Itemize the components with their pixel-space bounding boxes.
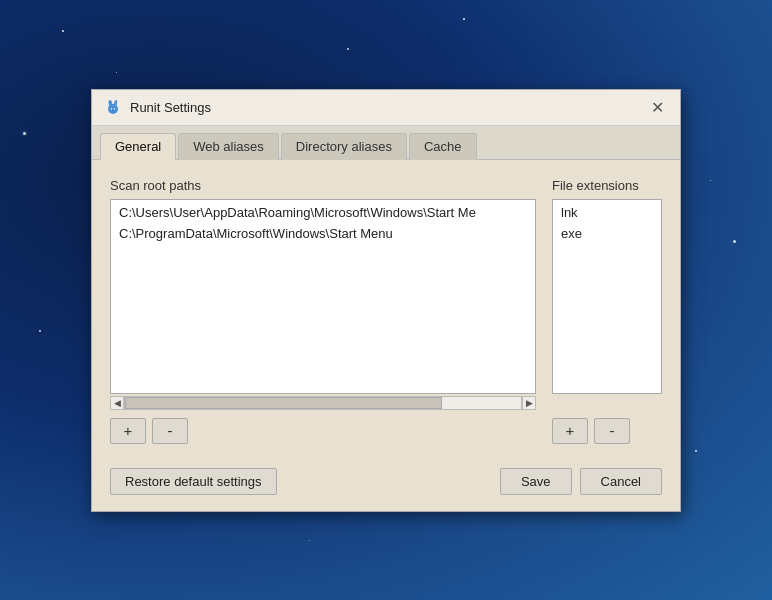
scan-paths-remove-button[interactable]: -: [152, 418, 188, 444]
svg-point-5: [112, 110, 114, 111]
scan-paths-add-button[interactable]: +: [110, 418, 146, 444]
cancel-button[interactable]: Cancel: [580, 468, 662, 495]
footer: Restore default settings Save Cancel: [110, 464, 662, 495]
list-item[interactable]: exe: [553, 223, 661, 244]
tab-content: Scan root paths C:\Users\User\AppData\Ro…: [92, 160, 680, 511]
file-extensions-listbox[interactable]: lnk exe: [552, 199, 662, 394]
footer-action-buttons: Save Cancel: [500, 468, 662, 495]
save-button[interactable]: Save: [500, 468, 572, 495]
svg-point-4: [114, 108, 115, 109]
scroll-right-arrow[interactable]: ▶: [522, 396, 536, 410]
file-ext-add-button[interactable]: +: [552, 418, 588, 444]
file-ext-remove-button[interactable]: -: [594, 418, 630, 444]
titlebar-left: Runit Settings: [104, 98, 211, 116]
svg-point-3: [111, 108, 112, 109]
scrollbar-spacer: [552, 394, 662, 410]
scan-paths-btn-row: + -: [110, 418, 536, 444]
hscrollbar-thumb[interactable]: [125, 397, 442, 409]
hscrollbar-track[interactable]: [124, 396, 522, 410]
hscroll-area: ◀ ▶: [110, 396, 536, 410]
scan-root-paths-listbox[interactable]: C:\Users\User\AppData\Roaming\Microsoft\…: [110, 199, 536, 394]
scan-root-paths-section: Scan root paths C:\Users\User\AppData\Ro…: [110, 178, 536, 444]
main-columns: Scan root paths C:\Users\User\AppData\Ro…: [110, 178, 662, 444]
scan-root-paths-list: C:\Users\User\AppData\Roaming\Microsoft\…: [111, 200, 535, 393]
scan-root-paths-label: Scan root paths: [110, 178, 536, 193]
tab-general[interactable]: General: [100, 133, 176, 160]
file-ext-btn-row: + -: [552, 418, 662, 444]
tab-cache[interactable]: Cache: [409, 133, 477, 160]
runit-logo-icon: [104, 98, 122, 116]
file-extensions-list: lnk exe: [553, 200, 661, 393]
close-button[interactable]: ✕: [646, 96, 668, 118]
file-extensions-section: File extensions lnk exe + -: [552, 178, 662, 444]
file-extensions-label: File extensions: [552, 178, 662, 193]
window-title: Runit Settings: [130, 100, 211, 115]
list-item[interactable]: lnk: [553, 202, 661, 223]
list-item[interactable]: C:\ProgramData\Microsoft\Windows\Start M…: [111, 223, 535, 244]
app-icon: [104, 98, 122, 116]
list-item[interactable]: C:\Users\User\AppData\Roaming\Microsoft\…: [111, 202, 535, 223]
tab-bar: General Web aliases Directory aliases Ca…: [92, 126, 680, 160]
titlebar: Runit Settings ✕: [92, 90, 680, 126]
tab-directory-aliases[interactable]: Directory aliases: [281, 133, 407, 160]
settings-window: Runit Settings ✕ General Web aliases Dir…: [91, 89, 681, 512]
scroll-left-arrow[interactable]: ◀: [110, 396, 124, 410]
restore-defaults-button[interactable]: Restore default settings: [110, 468, 277, 495]
tab-web-aliases[interactable]: Web aliases: [178, 133, 279, 160]
